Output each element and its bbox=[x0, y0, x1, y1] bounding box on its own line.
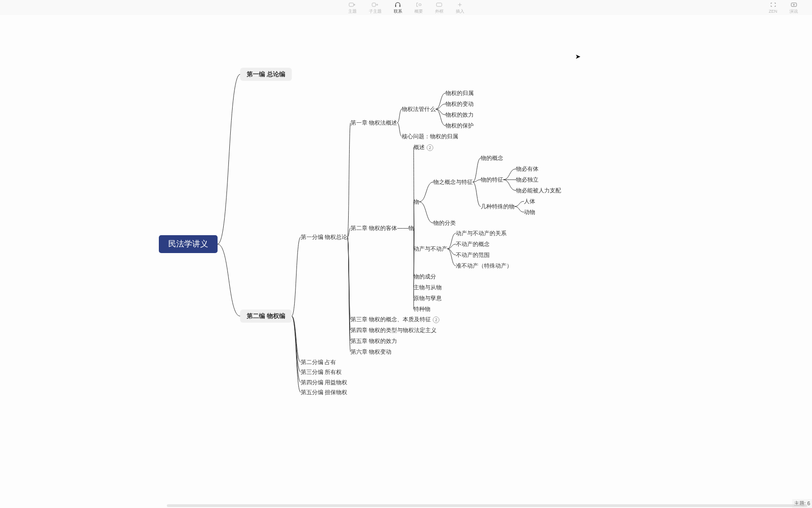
subpart-4[interactable]: 第四分编 用益物权 bbox=[301, 379, 347, 386]
chapter-6[interactable]: 第六章 物权变动 bbox=[351, 349, 391, 355]
toolbar-label: 外框 bbox=[435, 9, 444, 14]
cf-2[interactable]: 几种特殊的物 bbox=[481, 203, 515, 210]
chapter-1[interactable]: 第一章 物权法概述 bbox=[351, 119, 397, 126]
subpart-3[interactable]: 第三分编 所有权 bbox=[301, 369, 342, 375]
svg-rect-4 bbox=[395, 5, 396, 7]
sp-0[interactable]: 人体 bbox=[524, 198, 535, 205]
toolbar-label: ZEN bbox=[769, 9, 777, 14]
bracket-icon bbox=[415, 2, 422, 8]
ch2-overview[interactable]: 概述2 bbox=[414, 144, 433, 151]
zen-btn[interactable]: ZEN bbox=[769, 2, 777, 14]
ch1-a-0[interactable]: 物权的归属 bbox=[445, 90, 474, 96]
ch2-wu[interactable]: 物 bbox=[414, 198, 419, 205]
section-part1[interactable]: 第一编 总论编 bbox=[240, 68, 292, 81]
ch1-b[interactable]: 核心问题：物权的归属 bbox=[402, 133, 458, 140]
ch1-a-1[interactable]: 物权的变动 bbox=[445, 101, 474, 107]
toolbar-label: 子主题 bbox=[369, 9, 382, 14]
fullscreen-icon bbox=[770, 2, 777, 8]
insert-btn[interactable]: 插入 bbox=[456, 2, 464, 14]
topic-btn[interactable]: 主题 bbox=[348, 2, 357, 14]
toolbar-label: 演说 bbox=[789, 9, 798, 14]
chapter-3-label: 第三章 物权的概念、本质及特征 bbox=[351, 316, 431, 323]
wu-0[interactable]: 物之概念与特征 bbox=[433, 179, 473, 185]
ch2-spec[interactable]: 特种物 bbox=[414, 306, 430, 312]
ch2-orig[interactable]: 原物与孳息 bbox=[414, 295, 442, 302]
toolbar-label: 插入 bbox=[456, 9, 464, 14]
toolbar-label: 联系 bbox=[394, 9, 402, 14]
tz-0[interactable]: 物必有体 bbox=[516, 166, 539, 172]
subtopic-btn[interactable]: 子主题 bbox=[369, 2, 382, 14]
cf-1[interactable]: 物的特征 bbox=[481, 176, 503, 183]
boundary-btn[interactable]: 概要 bbox=[414, 2, 423, 14]
relation-btn[interactable]: 联系 bbox=[394, 2, 402, 14]
svg-rect-7 bbox=[437, 3, 442, 7]
svg-rect-3 bbox=[372, 3, 375, 7]
collapse-badge-icon[interactable]: 2 bbox=[427, 144, 433, 151]
ch1-a[interactable]: 物权法管什么 bbox=[402, 106, 436, 112]
rect-icon bbox=[436, 2, 443, 8]
toolbar: 主题子主题联系概要外框插入 ZEN演说 bbox=[0, 0, 812, 16]
ch2-re[interactable]: 动产与不动产 bbox=[414, 246, 447, 252]
ch2-part[interactable]: 物的成分 bbox=[414, 273, 436, 280]
toolbar-center-group: 主题子主题联系概要外框插入 bbox=[348, 2, 464, 14]
plus-icon bbox=[456, 2, 463, 8]
ch1-a-3[interactable]: 物权的保护 bbox=[445, 122, 474, 129]
chapter-3[interactable]: 第三章 物权的概念、本质及特征2 bbox=[351, 316, 439, 323]
collapse-badge-icon[interactable]: 2 bbox=[433, 317, 439, 323]
ch2-main[interactable]: 主物与从物 bbox=[414, 284, 442, 291]
rect-plus-icon bbox=[349, 2, 356, 8]
wu-1[interactable]: 物的分类 bbox=[433, 220, 456, 226]
play-icon bbox=[790, 2, 797, 8]
tz-1[interactable]: 物必独立 bbox=[516, 176, 539, 183]
ch1-a-2[interactable]: 物权的效力 bbox=[445, 111, 474, 118]
svg-rect-0 bbox=[349, 3, 353, 7]
re-3[interactable]: 准不动产（特殊动产） bbox=[456, 262, 512, 269]
mindmap-canvas[interactable]: 民法学讲义 第一编 总论编 第二编 物权编 第一分编 物权总论 第二分编 占有 … bbox=[0, 15, 812, 508]
section-part2[interactable]: 第二编 物权编 bbox=[240, 310, 292, 323]
root-topic[interactable]: 民法学讲义 bbox=[159, 235, 218, 253]
ch2-overview-label: 概述 bbox=[414, 144, 425, 151]
sp-1[interactable]: 动物 bbox=[524, 209, 535, 215]
toolbar-right-group: ZEN演说 bbox=[769, 2, 798, 14]
toolbar-label: 概要 bbox=[414, 9, 423, 14]
chapter-4[interactable]: 第四章 物权的类型与物权法定主义 bbox=[351, 327, 437, 333]
subpart-5[interactable]: 第五分编 担保物权 bbox=[301, 389, 347, 396]
chapter-5[interactable]: 第五章 物权的效力 bbox=[351, 338, 397, 344]
toolbar-label: 主题 bbox=[348, 9, 357, 14]
subpart-1[interactable]: 第一分编 物权总论 bbox=[301, 234, 347, 240]
tz-2[interactable]: 物必能被人力支配 bbox=[516, 187, 561, 194]
re-0[interactable]: 动产与不动产的关系 bbox=[456, 230, 507, 237]
chapter-2[interactable]: 第二章 物权的客体——物 bbox=[351, 225, 414, 231]
rect-arrow-icon bbox=[372, 2, 379, 8]
headset-icon bbox=[394, 2, 401, 8]
re-2[interactable]: 不动产的范围 bbox=[456, 252, 490, 258]
svg-rect-5 bbox=[399, 5, 400, 7]
svg-rect-6 bbox=[419, 4, 421, 6]
horizontal-scrollbar[interactable] bbox=[167, 504, 807, 507]
sheet-btn[interactable]: 外框 bbox=[435, 2, 444, 14]
present-btn[interactable]: 演说 bbox=[789, 2, 798, 14]
re-1[interactable]: 不动产的概念 bbox=[456, 241, 490, 247]
subpart-2[interactable]: 第二分编 占有 bbox=[301, 359, 336, 365]
cf-0[interactable]: 物的概念 bbox=[481, 155, 503, 161]
